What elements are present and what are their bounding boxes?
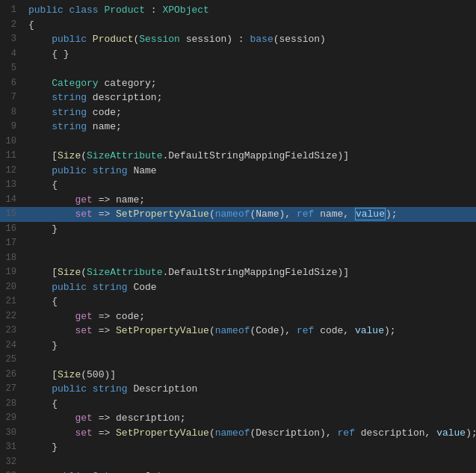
code-line: 1public class Product : XPObject [0, 3, 476, 18]
line-content: set => SetPropertyValue(nameof(Code), re… [28, 324, 476, 338]
line-number: 31 [0, 440, 28, 455]
code-line: 20 public string Code [0, 280, 476, 295]
line-number: 24 [0, 338, 28, 353]
line-number: 7 [0, 90, 28, 105]
token-kw: ref [297, 325, 314, 336]
code-line: 23 set => SetPropertyValue(nameof(Code),… [0, 324, 476, 338]
line-content: } [28, 440, 476, 455]
line-number: 1 [0, 3, 28, 18]
line-content: public class Product : XPObject [28, 3, 476, 18]
line-number: 32 [0, 455, 28, 470]
line-content: get => code; [28, 309, 476, 324]
token-plain: category; [99, 78, 157, 89]
token-kw: class [69, 4, 105, 16]
line-number: 12 [0, 164, 28, 179]
token-plain: ( [209, 427, 215, 439]
code-line: 33 public Category Category [0, 469, 476, 473]
token-kw: string [52, 107, 87, 118]
token-plain: session) : [180, 34, 250, 45]
token-type: Product [104, 4, 145, 16]
token-kw: public [52, 165, 93, 176]
token-plain: [ [28, 369, 58, 380]
line-content [28, 135, 476, 149]
token-type: Category [52, 78, 98, 89]
line-number: 15 [0, 207, 28, 222]
token-plain: { [28, 179, 58, 191]
token-kw: ref [338, 427, 355, 439]
token-plain: name, [314, 208, 355, 220]
token-method: SetPropertyValue [116, 325, 209, 336]
token-plain: .DefaultStringMappingFieldSize)] [162, 267, 349, 278]
token-kw: string [52, 121, 87, 132]
token-plain [28, 282, 52, 293]
token-type: Session [139, 34, 180, 45]
token-method: Product [93, 34, 134, 45]
line-number: 22 [0, 309, 28, 324]
line-content [28, 251, 476, 266]
line-content: public Product(Session session) : base(s… [28, 32, 476, 47]
line-content: set => SetPropertyValue(nameof(Name), re… [28, 207, 476, 222]
line-number: 27 [0, 382, 28, 397]
token-plain: } [28, 442, 58, 453]
token-plain: => [93, 325, 116, 336]
token-plain: { [28, 19, 34, 31]
token-kw2: get [75, 412, 92, 424]
code-line: 10 [0, 135, 476, 149]
token-plain: (Name), [250, 208, 297, 220]
line-content: Category category; [28, 76, 476, 91]
token-kw: nameof [215, 325, 250, 336]
selected-token: value [355, 208, 386, 220]
token-plain: .DefaultStringMappingFieldSize)] [162, 150, 349, 161]
code-line: 7 string description; [0, 90, 476, 105]
token-kw: nameof [215, 427, 250, 439]
token-plain [28, 78, 52, 89]
token-type: SizeAttribute [87, 150, 162, 161]
token-plain: ); [386, 208, 398, 220]
line-number: 11 [0, 149, 28, 164]
line-number: 4 [0, 47, 28, 62]
line-number: 20 [0, 280, 28, 295]
token-plain: ( [81, 150, 87, 161]
line-content: [Size(500)] [28, 368, 476, 383]
line-number: 33 [0, 469, 28, 473]
token-plain: (Description), [250, 427, 338, 439]
token-kw: base [250, 34, 273, 45]
code-line: 26 [Size(500)] [0, 368, 476, 383]
token-bracket-attr: Size [58, 369, 81, 380]
line-number: 3 [0, 32, 28, 47]
token-plain: } [28, 223, 58, 235]
token-plain: ); [384, 325, 396, 336]
token-kw: string [93, 282, 128, 293]
line-number: 13 [0, 178, 28, 193]
token-plain [28, 311, 75, 322]
line-content: { [28, 397, 476, 412]
code-line: 3 public Product(Session session) : base… [0, 32, 476, 47]
line-number: 19 [0, 265, 28, 280]
token-plain: ); [466, 427, 476, 439]
token-attr: value [436, 427, 466, 439]
code-line: 4 { } [0, 47, 476, 62]
token-kw: public [52, 383, 93, 395]
code-editor: 1public class Product : XPObject2{3 publ… [0, 0, 476, 473]
line-number: 26 [0, 368, 28, 383]
line-number: 21 [0, 294, 28, 309]
line-number: 5 [0, 61, 28, 76]
line-content: [Size(SizeAttribute.DefaultStringMapping… [28, 149, 476, 164]
code-line: 27 public string Description [0, 382, 476, 397]
token-plain [28, 427, 75, 439]
code-line: 16 } [0, 222, 476, 237]
token-plain: (session) [273, 34, 326, 45]
code-line: 32 [0, 455, 476, 470]
token-plain [28, 412, 75, 424]
token-kw: public [52, 282, 93, 293]
code-line: 24 } [0, 338, 476, 353]
code-line: 21 { [0, 294, 476, 309]
token-plain: => code; [93, 311, 145, 322]
token-plain: => description; [93, 412, 186, 424]
code-line: 19 [Size(SizeAttribute.DefaultStringMapp… [0, 265, 476, 280]
token-plain [28, 325, 75, 336]
token-plain: => [93, 208, 116, 220]
token-plain: code; [87, 107, 122, 118]
line-number: 30 [0, 426, 28, 441]
line-content: { } [28, 47, 476, 62]
